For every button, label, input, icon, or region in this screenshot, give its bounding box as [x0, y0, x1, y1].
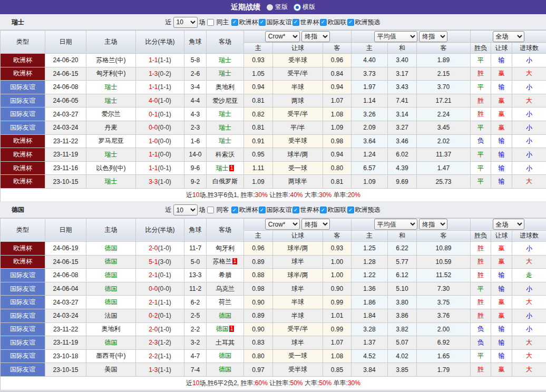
avg-draw: 5.77 — [388, 255, 417, 269]
away-team: 科索沃 — [207, 148, 244, 162]
odds-handicap: 平/半 — [273, 121, 323, 134]
away-team: 爱沙尼亚 — [207, 94, 244, 107]
away-team-name: 瑞士 — [219, 137, 231, 144]
odds-away: 1.07 — [323, 336, 352, 350]
odds-handicap: 受半球 — [273, 54, 323, 67]
away-team: 苏格兰1 — [207, 255, 244, 269]
home-team: 德国 — [86, 336, 136, 350]
result-outcome: 胜 — [471, 94, 491, 107]
avg-draw: 3.40 — [388, 54, 417, 67]
radio-vertical-label: 竖版 — [275, 3, 288, 12]
radio-on-icon[interactable] — [294, 4, 300, 11]
result-goals: 大 — [512, 336, 546, 350]
same-venue-checkbox[interactable] — [207, 19, 214, 26]
league-checkbox[interactable] — [320, 207, 327, 213]
away-team-name: 瑞士 — [219, 110, 231, 117]
result-outcome: 胜 — [471, 107, 491, 121]
away-team: 德国1 — [207, 322, 244, 336]
match-count-select[interactable]: 10 — [173, 204, 198, 215]
final-average-select[interactable]: 终指 — [419, 31, 447, 42]
bookmaker-select[interactable]: Crow* — [265, 219, 300, 230]
league-tag: 国际友谊 — [1, 363, 45, 377]
home-team: 奥地利 — [86, 322, 136, 336]
col-header-avg-away: 客 — [417, 43, 471, 54]
odds-handicap: 半球 — [273, 309, 323, 322]
score-cell: 1-1(1-1) — [136, 54, 184, 67]
odds-handicap: 球半 — [273, 255, 323, 269]
home-team: 德国 — [86, 282, 136, 296]
layout-radio-horizontal[interactable]: 横版 — [294, 3, 315, 12]
halftime-score: (0-0) — [158, 138, 171, 145]
match-date: 24-06-08 — [45, 269, 86, 282]
avg-home: 1.25 — [352, 241, 388, 255]
league-checkbox[interactable] — [347, 19, 354, 26]
league-tag: 国际友谊 — [1, 322, 45, 336]
fulltime-score: 0-0 — [149, 124, 158, 131]
same-venue-checkbox[interactable] — [207, 207, 214, 213]
home-team-name: 匈牙利(中) — [96, 70, 126, 77]
corners-cell: 5-8 — [184, 54, 207, 67]
result-outcome: 胜 — [471, 309, 491, 322]
fulltime-select[interactable]: 全场 — [493, 219, 524, 230]
odds-home: 0.90 — [244, 296, 273, 309]
odds-home: 0.81 — [244, 121, 273, 134]
final-average-select[interactable]: 终指 — [419, 219, 447, 230]
match-row: 欧洲杯24-06-15匈牙利(中)1-3(0-2)2-6瑞士1.05受平/半0.… — [1, 67, 546, 81]
halftime-score: (1-0) — [158, 244, 171, 252]
league-checkbox[interactable] — [320, 19, 327, 26]
score-cell: 1-1(0-0) — [136, 148, 184, 162]
result-handicap: 输 — [491, 322, 512, 336]
home-team-name: 爱尔兰 — [102, 110, 121, 117]
league-checkbox[interactable] — [259, 19, 266, 26]
col-header-type: 类型 — [1, 218, 45, 241]
final-odds-select[interactable]: 终指 — [301, 31, 330, 42]
halftime-score: (0-0) — [158, 151, 171, 158]
odds-home: 0.82 — [244, 107, 273, 121]
corners-cell: 2-2 — [184, 322, 207, 336]
away-team-name: 苏格兰 — [213, 258, 232, 265]
away-team-name: 白俄罗斯 — [212, 178, 238, 185]
result-goals: 小 — [512, 148, 546, 162]
league-checkbox-label: 欧洲杯 — [239, 18, 258, 27]
team-name: 德国 — [12, 205, 24, 214]
avg-away: 11.37 — [417, 148, 471, 162]
home-team: 瑞士 — [86, 94, 136, 107]
result-outcome: 胜 — [471, 255, 491, 269]
odds-home: 0.95 — [244, 148, 273, 162]
col-header-result-goals: 进球数 — [512, 230, 546, 241]
average-select[interactable]: 平均值 — [374, 31, 417, 42]
odds-away: 0.94 — [323, 148, 352, 162]
league-checkbox[interactable] — [292, 19, 299, 26]
layout-radio-vertical[interactable]: 竖版 — [267, 3, 288, 12]
score-cell: 1-3(1-1) — [136, 363, 184, 377]
average-select[interactable]: 平均值 — [374, 219, 417, 230]
fulltime-score: 1-0 — [149, 138, 158, 145]
final-odds-select[interactable]: 终指 — [301, 219, 330, 230]
bookmaker-select[interactable]: Crow* — [265, 31, 300, 42]
league-checkbox[interactable] — [259, 207, 266, 213]
league-checkbox[interactable] — [231, 19, 238, 26]
league-checkbox[interactable] — [231, 207, 238, 213]
home-team-name: 丹麦 — [105, 124, 118, 131]
league-tag: 国际友谊 — [1, 336, 45, 350]
match-row: 欧洲杯23-11-22罗马尼亚1-0(0-0)1-6瑞士0.91受半球0.983… — [1, 134, 546, 148]
avg-home: 1.09 — [352, 175, 388, 189]
home-team: 德国 — [86, 269, 136, 282]
score-cell: 1-1(0-1) — [136, 161, 184, 175]
team-name: 瑞士 — [12, 18, 24, 27]
league-checkbox[interactable] — [292, 207, 299, 213]
avg-draw: 4.02 — [388, 349, 417, 363]
odds-away: 1.08 — [323, 349, 352, 363]
home-team: 爱尔兰 — [86, 107, 136, 121]
team-section-header: 瑞士 近 10 场 同主 欧洲杯国际友谊世界杯欧国联欧洲预选 — [0, 14, 546, 30]
league-checkbox[interactable] — [347, 207, 354, 213]
result-outcome: 负 — [471, 134, 491, 148]
result-handicap: 赢 — [491, 67, 512, 81]
corners-cell: 5-0 — [184, 255, 207, 269]
title-bar: 近期战绩 竖版 横版 — [0, 0, 546, 14]
radio-off-icon[interactable] — [267, 4, 273, 11]
home-team-name: 法国 — [105, 312, 118, 319]
match-count-select[interactable]: 10 — [173, 17, 198, 28]
fulltime-select[interactable]: 全场 — [493, 31, 524, 42]
away-team: 德国 — [207, 349, 244, 363]
